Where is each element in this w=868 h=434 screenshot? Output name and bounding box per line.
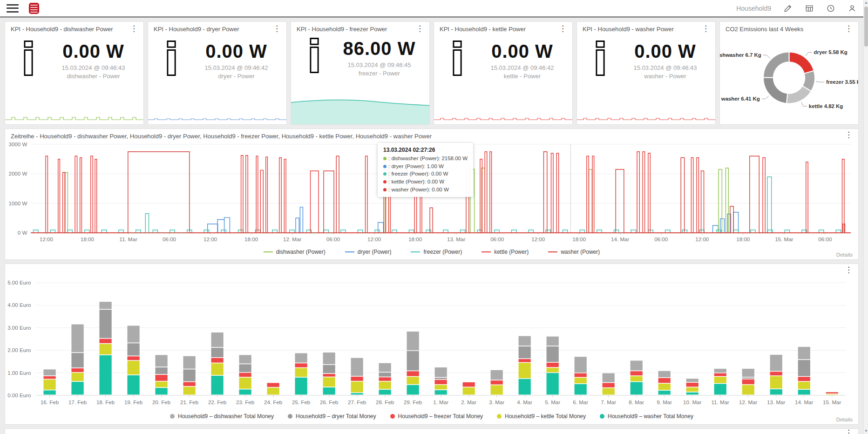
bar-segment[interactable] <box>686 387 698 392</box>
bar-segment[interactable] <box>631 360 643 370</box>
bar-segment[interactable] <box>239 378 251 389</box>
bar-segment[interactable] <box>295 368 307 377</box>
bar-segment[interactable] <box>155 367 167 374</box>
bar-segment[interactable] <box>435 390 447 395</box>
legend-item[interactable]: Household9 – dryer Total Money <box>288 413 376 420</box>
bar-segment[interactable] <box>295 363 307 367</box>
bar-segment[interactable] <box>99 344 111 355</box>
bar-segment[interactable] <box>575 384 587 395</box>
bar-segment[interactable] <box>127 356 139 360</box>
bar-segment[interactable] <box>435 378 447 379</box>
bar-segment[interactable] <box>211 332 224 347</box>
bar-segment[interactable] <box>127 326 139 342</box>
page-scrollbar[interactable]: ▲ ▼ <box>863 0 868 434</box>
kebab-menu-icon[interactable]: ⋮ <box>843 26 854 32</box>
bar-segment[interactable] <box>239 355 251 363</box>
bar-segment[interactable] <box>603 383 615 387</box>
bar-segment[interactable] <box>742 378 754 379</box>
bar-segment[interactable] <box>714 369 726 373</box>
bar-segment[interactable] <box>407 377 419 384</box>
scroll-down-arrow[interactable]: ▼ <box>864 428 868 434</box>
bar-segment[interactable] <box>742 385 754 395</box>
bar-segment[interactable] <box>519 379 531 395</box>
bar-segment[interactable] <box>686 379 698 382</box>
bar-segment[interactable] <box>155 355 167 366</box>
bar-segment[interactable] <box>547 368 559 373</box>
bar-segment[interactable] <box>211 348 224 357</box>
bar-segment[interactable] <box>43 376 55 379</box>
scroll-up-arrow[interactable]: ▲ <box>864 0 868 6</box>
bar-segment[interactable] <box>631 382 643 394</box>
bar-segment[interactable] <box>43 369 55 375</box>
kebab-menu-icon[interactable]: ⋮ <box>700 26 712 32</box>
bar-segment[interactable] <box>127 343 139 355</box>
bar-segment[interactable] <box>295 378 307 395</box>
bar-segment[interactable] <box>323 365 335 373</box>
bar-segment[interactable] <box>770 389 782 394</box>
bar-segment[interactable] <box>686 383 698 387</box>
bar-segment[interactable] <box>519 346 531 359</box>
bar-segment[interactable] <box>407 385 419 395</box>
bar-segment[interactable] <box>491 380 503 385</box>
bar-segment[interactable] <box>379 373 391 377</box>
legend-item[interactable]: Household9 – dishwasher Total Money <box>170 413 274 420</box>
bar-segment[interactable] <box>631 376 643 381</box>
bar-segment[interactable] <box>183 356 195 369</box>
bar-segment[interactable] <box>547 346 559 362</box>
bar-segment[interactable] <box>603 388 615 395</box>
bar-segment[interactable] <box>463 387 475 394</box>
bar-segment[interactable] <box>826 394 838 395</box>
bar-segment[interactable] <box>239 373 251 377</box>
legend-item[interactable]: dryer (Power) <box>345 249 392 255</box>
bar-segment[interactable] <box>351 358 363 376</box>
bar-segment[interactable] <box>798 390 810 395</box>
bar-segment[interactable] <box>267 388 279 395</box>
app-logo[interactable] <box>29 3 39 14</box>
bar-segment[interactable] <box>658 391 671 395</box>
bar-segment[interactable] <box>351 393 363 394</box>
bar-segment[interactable] <box>99 339 111 344</box>
clock-icon[interactable] <box>826 4 835 13</box>
bar-segment[interactable] <box>407 332 419 350</box>
bar-segment[interactable] <box>351 381 363 392</box>
user-icon[interactable] <box>848 4 857 13</box>
scrollbar-thumb[interactable] <box>864 7 868 47</box>
bar-segment[interactable] <box>714 377 726 383</box>
bar-segment[interactable] <box>631 371 643 375</box>
legend-item[interactable]: washer (Power) <box>548 249 600 255</box>
bar-segment[interactable] <box>658 384 671 390</box>
bar-segment[interactable] <box>407 371 419 376</box>
bar-segment[interactable] <box>71 353 83 367</box>
bar-segment[interactable] <box>127 375 139 394</box>
kebab-menu-icon[interactable]: ⋮ <box>843 132 854 138</box>
bar-segment[interactable] <box>742 380 754 385</box>
bar-segment[interactable] <box>770 355 782 371</box>
bar-segment[interactable] <box>71 368 83 372</box>
details-link[interactable]: Details <box>836 252 853 258</box>
bar-segment[interactable] <box>575 357 587 373</box>
kebab-menu-icon[interactable]: ⋮ <box>843 267 854 273</box>
legend-item[interactable]: freezer (Power) <box>411 249 462 255</box>
bar-segment[interactable] <box>770 376 782 388</box>
bar-segment[interactable] <box>379 390 391 395</box>
bar-segment[interactable] <box>547 373 559 394</box>
bar-segment[interactable] <box>798 347 810 359</box>
bar-segment[interactable] <box>547 363 559 367</box>
bar-segment[interactable] <box>267 383 279 387</box>
bar-segment[interactable] <box>658 371 671 377</box>
bar-segment[interactable] <box>798 377 810 381</box>
bar-segment[interactable] <box>379 363 391 372</box>
bar-segment[interactable] <box>519 359 531 362</box>
bar-segment[interactable] <box>798 382 810 389</box>
kebab-menu-icon[interactable]: ⋮ <box>128 26 140 32</box>
bar-segment[interactable] <box>603 373 615 382</box>
bar-segment[interactable] <box>491 370 503 380</box>
bar-segment[interactable] <box>239 364 251 372</box>
bar-segment[interactable] <box>155 375 167 381</box>
bar-segment[interactable] <box>155 381 167 387</box>
bar-segment[interactable] <box>770 372 782 375</box>
bar-segment[interactable] <box>547 337 559 346</box>
bar-segment[interactable] <box>575 373 587 377</box>
bar-segment[interactable] <box>211 358 224 363</box>
cost-bar-chart[interactable]: 0.00 Euro1.00 Euro2.00 Euro3.00 Euro4.00… <box>5 271 858 410</box>
